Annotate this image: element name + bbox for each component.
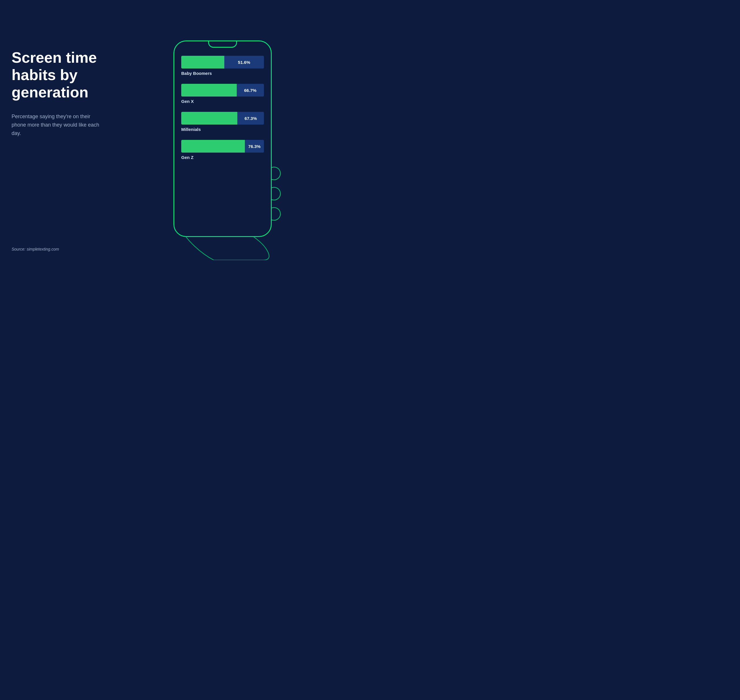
bar-green-2 (181, 112, 237, 125)
bar-track: 66.7% (181, 84, 264, 97)
bar-blue-0: 51.6% (224, 56, 264, 69)
bar-blue-3: 76.3% (245, 140, 264, 153)
phone-button-right-1 (271, 82, 272, 96)
main-container: Screen time habits by generation Percent… (12, 40, 306, 260)
bar-row: 76.3% Gen Z (181, 140, 264, 160)
phone-mockup: 51.6% Baby Boomers 66.7% Gen X 67.3% Mil… (174, 40, 272, 237)
bar-green-0 (181, 56, 224, 69)
bar-row: 51.6% Baby Boomers (181, 56, 264, 76)
bar-track: 51.6% (181, 56, 264, 69)
page-subtitle: Percentage saying they're on their phone… (12, 112, 104, 137)
source-credit: Source: simpletexting.com (12, 247, 121, 251)
phone-button-right-2 (271, 102, 272, 116)
bar-track: 76.3% (181, 140, 264, 153)
bar-value-3: 76.3% (246, 144, 263, 149)
bar-blue-2: 67.3% (237, 112, 264, 125)
right-panel: 51.6% Baby Boomers 66.7% Gen X 67.3% Mil… (139, 40, 306, 260)
bar-value-0: 51.6% (235, 60, 253, 65)
generation-label-0: Baby Boomers (181, 71, 264, 76)
phone-screen: 51.6% Baby Boomers 66.7% Gen X 67.3% Mil… (174, 41, 271, 236)
page-title: Screen time habits by generation (12, 49, 121, 101)
generation-label-2: Millenials (181, 127, 264, 132)
bar-green-3 (181, 140, 245, 153)
bar-row: 67.3% Millenials (181, 112, 264, 132)
phone-button-left (174, 88, 174, 108)
bar-row: 66.7% Gen X (181, 84, 264, 104)
generation-label-1: Gen X (181, 99, 264, 104)
phone-notch (208, 41, 237, 48)
bar-value-2: 67.3% (242, 116, 259, 121)
bar-track: 67.3% (181, 112, 264, 125)
bar-value-1: 66.7% (242, 88, 259, 93)
bar-green-1 (181, 84, 237, 97)
left-panel: Screen time habits by generation Percent… (12, 49, 121, 251)
bar-blue-1: 66.7% (237, 84, 264, 97)
generation-label-3: Gen Z (181, 155, 264, 160)
